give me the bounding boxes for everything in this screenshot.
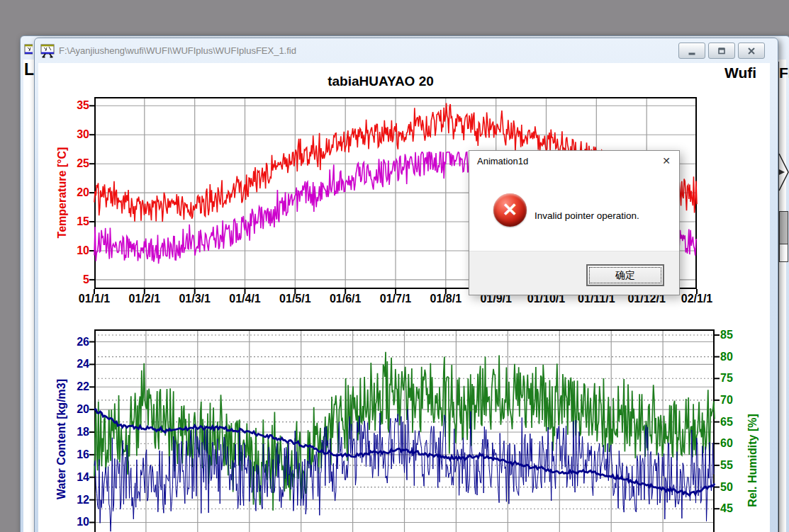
back-window-partial-text: L bbox=[24, 60, 34, 79]
minimize-icon bbox=[686, 45, 698, 57]
window-title: F:\Ayanjiusheng\wufi\WUFI\WUFIplus\WUFIp… bbox=[59, 38, 296, 63]
scrollbar-track-box[interactable] bbox=[779, 244, 788, 262]
close-button[interactable] bbox=[738, 43, 765, 59]
dialog-close-icon[interactable]: ✕ bbox=[662, 155, 671, 166]
chart-window-client bbox=[38, 63, 770, 532]
error-icon: ✕ bbox=[493, 193, 527, 227]
animation-app-icon bbox=[40, 44, 55, 58]
back-window-header-fragment: FI bbox=[779, 64, 789, 81]
dialog-title: Animation1d bbox=[477, 156, 528, 166]
back-window-app-icon bbox=[24, 44, 33, 57]
ok-button[interactable]: 确定 bbox=[586, 264, 664, 286]
restore-icon bbox=[716, 45, 727, 57]
error-dialog: Animation1d ✕ ✕ Invalid pointer operatio… bbox=[469, 150, 680, 295]
minimize-button[interactable] bbox=[678, 43, 705, 59]
scrollbar-thumb[interactable] bbox=[779, 211, 788, 245]
dialog-message: Invalid pointer operation. bbox=[535, 210, 639, 221]
chart-window-titlebar[interactable]: F:\Ayanjiusheng\wufi\WUFI\WUFIplus\WUFIp… bbox=[35, 38, 778, 63]
restore-button[interactable] bbox=[708, 43, 735, 59]
dialog-footer: 确定 bbox=[469, 251, 679, 295]
close-icon bbox=[746, 45, 757, 57]
profile-arrow-icon bbox=[778, 153, 789, 191]
